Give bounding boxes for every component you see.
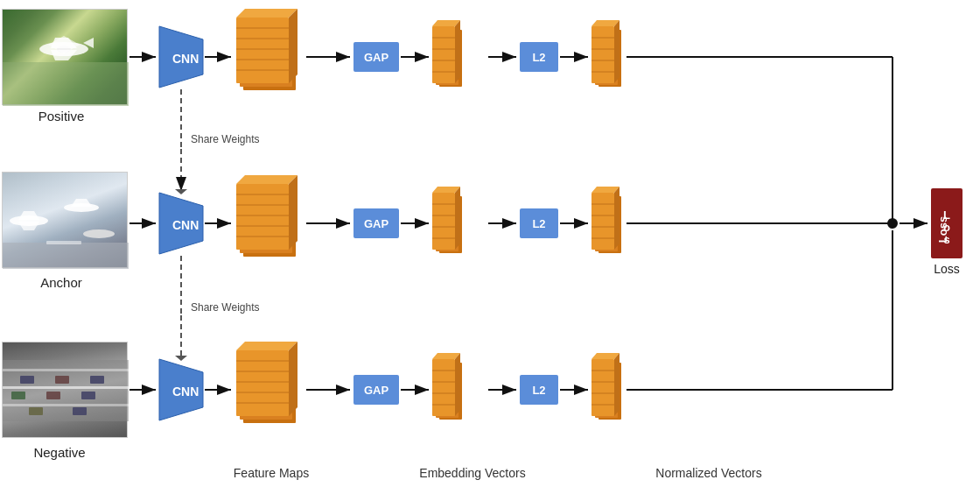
svg-rect-102 — [354, 375, 399, 405]
svg-rect-8 — [236, 18, 289, 83]
input-image-anchor — [2, 172, 128, 268]
svg-marker-78 — [592, 187, 620, 193]
svg-rect-30 — [520, 42, 558, 72]
input-image-negative — [2, 342, 128, 438]
svg-text:Share Weights: Share Weights — [191, 301, 260, 314]
anchor-label: Anchor — [26, 275, 96, 290]
svg-text:L2: L2 — [532, 51, 545, 64]
svg-text:GAP: GAP — [364, 384, 389, 397]
svg-text:L2: L2 — [532, 217, 545, 230]
svg-marker-109 — [455, 353, 460, 416]
svg-rect-72 — [520, 208, 558, 238]
svg-marker-157 — [18, 222, 39, 230]
svg-marker-10 — [289, 9, 298, 83]
svg-text:Loss: Loss — [936, 216, 949, 243]
svg-text:Share Weights: Share Weights — [191, 133, 260, 145]
svg-text:CNN: CNN — [172, 385, 199, 399]
svg-rect-129 — [931, 188, 962, 258]
svg-marker-37 — [614, 20, 620, 83]
svg-rect-167 — [55, 376, 69, 384]
svg-marker-121 — [592, 353, 620, 359]
svg-marker-45 — [159, 193, 203, 254]
svg-rect-169 — [11, 392, 25, 399]
svg-marker-142 — [175, 356, 187, 361]
svg-rect-6 — [243, 25, 296, 90]
svg-point-160 — [83, 229, 115, 238]
svg-rect-120 — [592, 359, 614, 416]
svg-text:Embedding Vectors: Embedding Vectors — [419, 466, 525, 480]
svg-rect-172 — [29, 407, 43, 415]
diagram: CNN GAP — [0, 0, 980, 494]
svg-text:o: o — [943, 221, 950, 234]
svg-marker-122 — [614, 353, 620, 416]
svg-rect-163 — [3, 386, 129, 389]
svg-text:Loss: Loss — [934, 262, 960, 276]
svg-rect-34 — [595, 28, 618, 85]
svg-rect-119 — [595, 361, 618, 418]
svg-rect-59 — [354, 208, 399, 238]
svg-marker-95 — [289, 342, 298, 416]
svg-rect-92 — [240, 354, 292, 420]
svg-rect-161 — [46, 241, 81, 244]
svg-rect-22 — [432, 26, 455, 83]
svg-rect-91 — [243, 357, 296, 423]
svg-marker-139 — [175, 189, 187, 194]
svg-rect-50 — [236, 184, 289, 250]
svg-rect-20 — [439, 30, 462, 87]
svg-marker-51 — [236, 175, 298, 184]
svg-text:GAP: GAP — [364, 51, 389, 64]
svg-rect-76 — [595, 194, 618, 251]
svg-rect-166 — [20, 376, 34, 384]
svg-marker-3 — [159, 26, 203, 88]
svg-rect-49 — [240, 187, 292, 253]
svg-rect-171 — [81, 392, 95, 399]
svg-rect-107 — [432, 359, 455, 416]
svg-marker-52 — [289, 175, 298, 250]
svg-rect-7 — [240, 21, 292, 87]
svg-marker-66 — [455, 187, 460, 250]
svg-rect-154 — [3, 243, 129, 269]
input-image-positive — [2, 9, 128, 105]
svg-rect-115 — [520, 375, 558, 405]
svg-rect-148 — [3, 62, 129, 106]
svg-marker-9 — [236, 9, 298, 18]
svg-rect-106 — [436, 361, 458, 418]
svg-rect-33 — [598, 30, 621, 87]
svg-rect-165 — [3, 404, 129, 406]
svg-text:Feature Maps: Feature Maps — [234, 466, 309, 480]
svg-text:CNN: CNN — [172, 52, 199, 66]
svg-text:s: s — [943, 233, 949, 246]
svg-rect-75 — [598, 196, 621, 253]
svg-point-85 — [887, 218, 898, 229]
svg-marker-36 — [592, 20, 620, 26]
svg-marker-23 — [432, 20, 460, 26]
svg-marker-159 — [71, 199, 92, 207]
positive-label: Positive — [26, 109, 96, 124]
svg-rect-64 — [432, 193, 455, 250]
svg-marker-151 — [51, 38, 77, 48]
svg-text:CNN: CNN — [172, 218, 199, 232]
svg-rect-93 — [236, 350, 289, 416]
svg-rect-168 — [90, 376, 104, 384]
svg-marker-108 — [432, 353, 460, 359]
svg-rect-170 — [46, 392, 60, 399]
svg-rect-48 — [243, 191, 296, 257]
svg-text:L2: L2 — [532, 384, 545, 397]
svg-rect-118 — [598, 363, 621, 420]
svg-rect-77 — [592, 193, 614, 250]
svg-rect-63 — [436, 194, 458, 251]
svg-text:L: L — [943, 208, 950, 222]
svg-marker-88 — [159, 359, 203, 420]
negative-label: Negative — [24, 445, 94, 460]
svg-rect-173 — [73, 407, 87, 415]
svg-rect-21 — [436, 28, 458, 85]
svg-marker-156 — [18, 211, 39, 220]
svg-marker-79 — [614, 187, 620, 250]
svg-rect-62 — [439, 196, 462, 253]
svg-marker-65 — [432, 187, 460, 193]
svg-rect-35 — [592, 26, 614, 83]
svg-text:GAP: GAP — [364, 217, 389, 230]
svg-rect-105 — [439, 363, 462, 420]
svg-rect-17 — [354, 42, 399, 72]
svg-marker-24 — [455, 20, 460, 83]
